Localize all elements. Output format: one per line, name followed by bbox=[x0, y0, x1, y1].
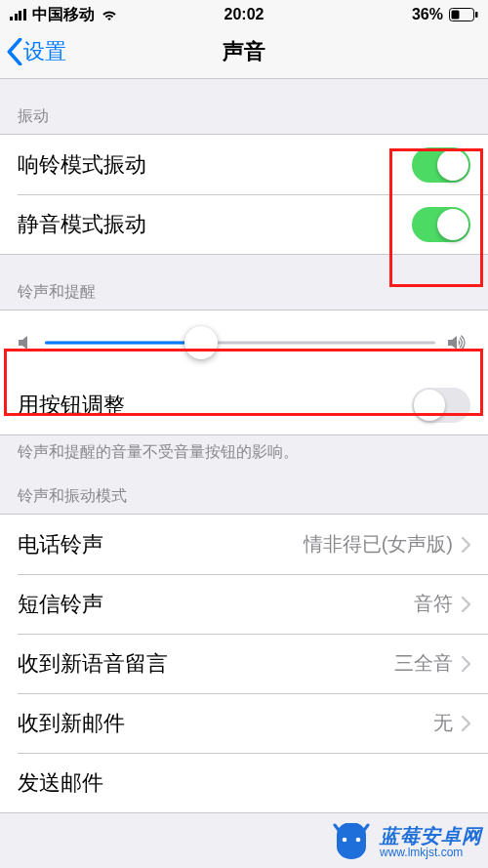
label-text-tone: 短信铃声 bbox=[18, 590, 103, 619]
page-title: 声音 bbox=[0, 37, 488, 66]
watermark-url: www.lmkjst.com bbox=[380, 847, 482, 859]
value-text-tone: 音符 bbox=[414, 591, 453, 617]
status-bar: 中国移动 20:02 36% bbox=[0, 0, 488, 25]
row-ringer-volume bbox=[0, 310, 488, 375]
row-ringtone[interactable]: 电话铃声 情非得已(女声版) bbox=[0, 515, 488, 574]
label-ringtone: 电话铃声 bbox=[18, 530, 103, 559]
toggle-vibrate-on-silent[interactable] bbox=[412, 207, 470, 242]
toggle-change-with-buttons[interactable] bbox=[412, 388, 470, 423]
row-vibrate-on-ring: 响铃模式振动 bbox=[0, 135, 488, 194]
watermark: 蓝莓安卓网 www.lmkjst.com bbox=[329, 823, 482, 862]
svg-point-3 bbox=[343, 838, 347, 843]
row-vibrate-on-silent: 静音模式振动 bbox=[0, 194, 488, 254]
row-text-tone[interactable]: 短信铃声 音符 bbox=[0, 574, 488, 634]
toggle-vibrate-on-ring[interactable] bbox=[412, 147, 470, 183]
section-header-patterns: 铃声和振动模式 bbox=[0, 473, 488, 514]
back-label: 设置 bbox=[23, 37, 66, 66]
label-new-mail: 收到新邮件 bbox=[18, 709, 125, 738]
row-new-mail[interactable]: 收到新邮件 无 bbox=[0, 693, 488, 753]
status-time: 20:02 bbox=[0, 6, 488, 23]
row-sent-mail[interactable]: 发送邮件 bbox=[0, 753, 488, 812]
volume-min-icon bbox=[18, 334, 33, 351]
watermark-text: 蓝莓安卓网 www.lmkjst.com bbox=[380, 826, 482, 859]
chevron-right-icon bbox=[461, 716, 470, 731]
label-change-with-buttons: 用按钮调整 bbox=[18, 391, 125, 420]
section-header-vibration: 振动 bbox=[0, 79, 488, 134]
value-new-voicemail: 三全音 bbox=[394, 650, 453, 677]
row-new-voicemail[interactable]: 收到新语音留言 三全音 bbox=[0, 634, 488, 693]
label-new-voicemail: 收到新语音留言 bbox=[18, 649, 168, 679]
value-ringtone: 情非得已(女声版) bbox=[304, 531, 453, 558]
label-sent-mail: 发送邮件 bbox=[18, 768, 103, 798]
footer-ringer: 铃声和提醒的音量不受音量按钮的影响。 bbox=[0, 435, 488, 473]
label-vibrate-on-ring: 响铃模式振动 bbox=[18, 150, 146, 180]
group-patterns: 电话铃声 情非得已(女声版) 短信铃声 音符 收到新语音留言 三全音 收到新邮件… bbox=[0, 514, 488, 813]
group-ringer: 用按钮调整 bbox=[0, 310, 488, 435]
chevron-right-icon bbox=[461, 597, 470, 612]
chevron-right-icon bbox=[461, 656, 470, 672]
svg-point-4 bbox=[356, 838, 361, 843]
watermark-title: 蓝莓安卓网 bbox=[380, 826, 482, 847]
section-header-ringer: 铃声和提醒 bbox=[0, 255, 488, 310]
label-vibrate-on-silent: 静音模式振动 bbox=[18, 210, 146, 239]
volume-max-icon bbox=[447, 333, 470, 352]
chevron-left-icon bbox=[6, 38, 23, 65]
group-vibration: 响铃模式振动 静音模式振动 bbox=[0, 134, 488, 255]
ringer-volume-slider[interactable] bbox=[45, 327, 435, 358]
value-new-mail: 无 bbox=[433, 710, 453, 736]
row-change-with-buttons: 用按钮调整 bbox=[0, 375, 488, 434]
back-button[interactable]: 设置 bbox=[0, 37, 66, 66]
chevron-right-icon bbox=[461, 537, 470, 553]
watermark-icon bbox=[329, 823, 374, 862]
nav-bar: 设置 声音 bbox=[0, 25, 488, 79]
